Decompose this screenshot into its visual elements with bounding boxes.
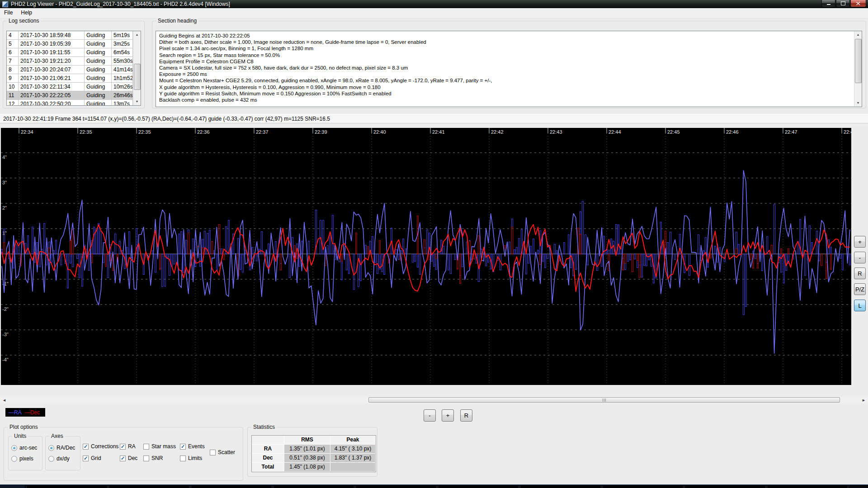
section-heading-line: Y guide algorithm = Resist Switch, Minim…: [156, 90, 862, 97]
chart-button-pz[interactable]: P/Z: [854, 283, 866, 295]
scroll-left-icon[interactable]: ◀: [1, 397, 8, 404]
checkbox-snr[interactable]: SNR: [143, 455, 163, 461]
taskbar-button[interactable]: [355, 486, 437, 488]
scroll-down-icon[interactable]: ▼: [133, 98, 141, 105]
radio-pixels[interactable]: pixels: [11, 455, 33, 462]
checkbox-star-mass[interactable]: Star mass: [143, 443, 176, 450]
statistics-table: RMSPeakRA 1.35" (1.01 px) 4.15" ( 3.10 p…: [251, 435, 376, 472]
radio-radec[interactable]: RA/Dec: [48, 445, 75, 451]
taskbar-button[interactable]: [438, 486, 519, 488]
scale-button--[interactable]: -: [424, 409, 436, 422]
checkbox-dec[interactable]: ✓Dec: [120, 455, 137, 461]
units-group: Units: [8, 436, 42, 470]
menu-file[interactable]: File: [0, 8, 17, 17]
taskbar-button[interactable]: [191, 486, 272, 488]
log-list-scrollbar[interactable]: ▲ ▼: [133, 31, 141, 105]
stats-rms-value: 0.51" (0.38 px): [284, 454, 330, 463]
scroll-up-icon[interactable]: ▲: [133, 31, 141, 38]
chart-button-l[interactable]: L: [854, 300, 866, 311]
log-section-row[interactable]: 62017-10-30 19:11:55 Guiding6m54s: [7, 48, 141, 57]
stats-peak-value: [330, 463, 376, 472]
taskbar-button[interactable]: [602, 486, 684, 488]
chart-hscrollbar[interactable]: ◀ ▶: [0, 397, 868, 404]
log-section-row[interactable]: 102017-10-30 22:11:34 Guiding10m26s: [7, 83, 141, 91]
checkbox-icon: [143, 444, 149, 450]
chart-button-r[interactable]: R: [854, 267, 866, 279]
scale-button-+[interactable]: +: [442, 409, 454, 422]
stats-row-label: RA: [252, 445, 284, 454]
log-section-row[interactable]: 72017-10-30 19:21:20 Guiding55m30s: [7, 57, 141, 66]
checkbox-corrections[interactable]: ✓Corrections: [83, 443, 118, 450]
scale-button-r[interactable]: R: [460, 409, 472, 422]
scroll-thumb[interactable]: [855, 39, 862, 83]
section-heading-line: Camera = SX Lodestar, full size = 752 x …: [156, 65, 862, 71]
phd2-log-viewer-window: PHD2 Log Viewer - PHD2_GuideLog_2017-10-…: [0, 0, 868, 488]
maximize-button[interactable]: [836, 0, 850, 7]
log-section-row[interactable]: 122017-10-30 22:50:20 Guiding13m7s: [7, 100, 141, 106]
checkbox-icon: ✓: [120, 455, 126, 461]
svg-text:22:44: 22:44: [609, 129, 621, 135]
radio-icon: [48, 456, 54, 462]
statistics-label: Statistics: [251, 424, 277, 430]
chart-legend: —RA—Dec: [5, 408, 45, 417]
close-button[interactable]: [850, 0, 866, 7]
plot-options-label: Plot options: [8, 424, 40, 430]
section-heading-line: Dither = both axes, Dither scale = 1.000…: [156, 39, 862, 45]
taskbar-button[interactable]: [273, 486, 354, 488]
log-sections-list[interactable]: 42017-10-30 18:59:48 Guiding5m19s 52017-…: [6, 31, 141, 106]
scroll-right-icon[interactable]: ▶: [860, 397, 867, 404]
units-label: Units: [12, 433, 28, 439]
scroll-up-icon[interactable]: ▲: [854, 31, 862, 38]
checkbox-events[interactable]: ✓Events: [180, 443, 205, 450]
svg-text:22:34: 22:34: [21, 129, 33, 135]
chart-button-+[interactable]: +: [854, 236, 866, 248]
taskbar-start-area[interactable]: [0, 485, 25, 488]
minimize-button[interactable]: [821, 0, 835, 7]
minimize-icon: [827, 4, 830, 5]
chart-button--[interactable]: -: [854, 252, 866, 263]
svg-text:22:35: 22:35: [80, 129, 92, 135]
section-scrollbar[interactable]: ▲ ▼: [854, 31, 862, 107]
log-section-row[interactable]: 52017-10-30 19:05:39 Guiding3m25s: [7, 40, 141, 48]
checkbox-icon: ✓: [83, 455, 89, 461]
stats-rms-value: 1.45" (1.08 px): [284, 463, 330, 472]
log-section-row[interactable]: 82017-10-30 20:24:07 Guiding41m14s: [7, 66, 141, 74]
taskbar-button[interactable]: [520, 486, 601, 488]
taskbar-button[interactable]: [108, 486, 190, 488]
log-section-row[interactable]: 92017-10-30 21:06:21 Guiding1h1m52s: [7, 74, 141, 83]
taskbar-button[interactable]: [26, 486, 108, 488]
radio-icon: [11, 445, 17, 451]
section-heading-text[interactable]: Guiding Begins at 2017-10-30 22:22:05Dit…: [156, 31, 862, 107]
svg-text:22:40: 22:40: [373, 129, 386, 135]
taskbar-button[interactable]: [684, 486, 766, 488]
scroll-thumb[interactable]: [368, 397, 840, 403]
radio-icon: [11, 456, 17, 462]
menu-bar: FileHelp: [0, 8, 868, 19]
scroll-thumb[interactable]: [134, 64, 141, 90]
checkbox-ra[interactable]: ✓RA: [120, 443, 136, 450]
guide-chart[interactable]: 22:3422:3522:3522:3622:3722:3922:4022:41…: [1, 128, 852, 385]
window-controls: [821, 0, 866, 7]
legend-item: —Dec: [25, 409, 40, 416]
title-bar[interactable]: PHD2 Log Viewer - PHD2_GuideLog_2017-10-…: [0, 0, 868, 8]
log-section-row[interactable]: 112017-10-30 22:22:05 Guiding26m46s: [7, 91, 141, 100]
window-title: PHD2 Log Viewer - PHD2_GuideLog_2017-10-…: [11, 1, 230, 7]
radio-dxdy[interactable]: dx/dy: [48, 455, 70, 462]
log-section-row[interactable]: 42017-10-30 18:59:48 Guiding5m19s: [7, 31, 141, 40]
svg-text:2": 2": [2, 205, 7, 211]
close-icon: [856, 2, 860, 5]
menu-help[interactable]: Help: [17, 8, 36, 17]
checkbox-grid[interactable]: ✓Grid: [83, 455, 101, 461]
taskbar-button[interactable]: [767, 486, 848, 488]
windows-taskbar[interactable]: [0, 484, 868, 488]
checkbox-limits[interactable]: Limits: [180, 455, 202, 461]
radio-arcsec[interactable]: arc-sec: [11, 445, 37, 451]
scroll-down-icon[interactable]: ▼: [854, 99, 862, 107]
app-icon: [2, 1, 8, 7]
radio-icon: [48, 445, 54, 451]
section-heading-line: Mount = Celestron Nexstar+ CGE2 5.29, co…: [156, 77, 862, 84]
section-heading-line: Guiding Begins at 2017-10-30 22:22:05: [156, 33, 862, 39]
checkbox-scatter[interactable]: Scatter: [210, 449, 235, 455]
section-heading-line: X guide algorithm = Hysteresis, Hysteres…: [156, 84, 862, 90]
log-sections-label: Log sections: [7, 18, 41, 24]
